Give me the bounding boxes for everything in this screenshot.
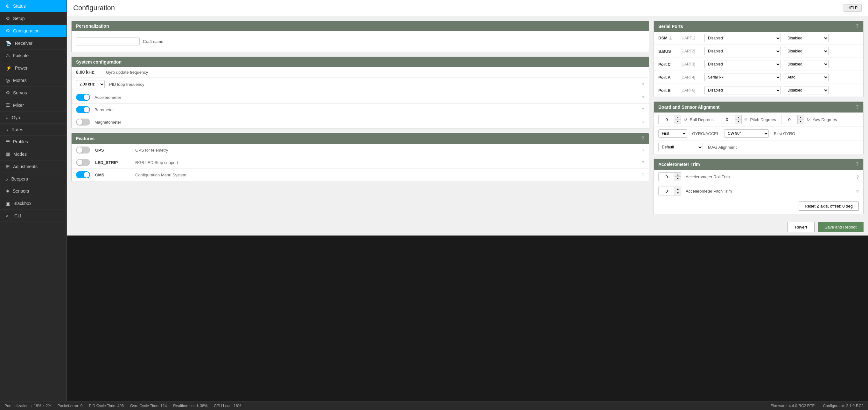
sidebar-item-sensors[interactable]: ◈ Sensors	[0, 185, 66, 197]
accelerometer-toggle[interactable]	[76, 94, 90, 101]
sidebar-item-motors[interactable]: ◎ Motors	[0, 74, 66, 87]
mag-row: Default CW 0° CW 90° CW 180° CW 270° MAG…	[654, 140, 863, 154]
pitch-spinner[interactable]: ▲ ▼	[719, 115, 742, 124]
help-button[interactable]: HELP	[843, 4, 862, 12]
yaw-degrees-input[interactable]	[781, 116, 797, 123]
sidebar-item-profiles[interactable]: ☰ Profiles	[0, 136, 66, 148]
sidebar: ⊕ Status ⚙ Setup ⚙ Configuration 📡 Recei…	[0, 0, 67, 401]
features-panel: Features ? GPS GPS for telemetry ?	[71, 133, 649, 181]
portb-function-select[interactable]: Disabled Serial Rx	[705, 86, 781, 94]
cms-help-icon[interactable]: ?	[642, 172, 644, 178]
mag-help-icon[interactable]: ?	[642, 119, 644, 125]
yaw-group: ▲ ▼ ↻ Yaw Degrees	[781, 115, 837, 124]
configuration-icon: ⚙	[6, 28, 10, 34]
pitch-trim-input[interactable]	[659, 187, 675, 195]
roll-degrees-input[interactable]	[659, 116, 675, 123]
save-reboot-button[interactable]: Save and Reboot	[818, 222, 864, 232]
sidebar-item-rates[interactable]: ≈ Rates	[0, 124, 66, 136]
dsm-serial-row: DSM ⓘ [UART1] Disabled Serial Rx MSP Dis…	[654, 32, 863, 45]
roll-trim-spinner[interactable]: ▲ ▼	[658, 172, 681, 181]
sidebar-item-power[interactable]: ⚡ Power	[0, 62, 66, 74]
pid-freq-select[interactable]: 2.00 kHz 4.00 kHz 8.00 kHz	[76, 80, 105, 88]
yaw-down-btn[interactable]: ▼	[797, 119, 804, 124]
pitch-trim-down-btn[interactable]: ▼	[675, 191, 681, 195]
roll-trim-down-btn[interactable]: ▼	[675, 177, 681, 181]
porta-baud-select[interactable]: Auto Disabled 115200	[784, 73, 829, 81]
revert-button[interactable]: Revert	[787, 222, 814, 232]
magnetometer-toggle[interactable]	[76, 118, 90, 126]
beepers-icon: ♪	[6, 176, 8, 181]
dsm-function-select[interactable]: Disabled Serial Rx MSP	[705, 34, 781, 42]
pid-help-icon[interactable]: ?	[642, 82, 644, 87]
serial-help-icon[interactable]: ?	[856, 24, 859, 29]
gps-help-icon[interactable]: ?	[642, 147, 644, 153]
modes-icon: ▦	[6, 151, 10, 157]
cms-toggle[interactable]	[76, 171, 90, 178]
receiver-icon: 📡	[6, 40, 12, 46]
accel-help-icon[interactable]: ?	[642, 95, 644, 100]
pitch-up-btn[interactable]: ▲	[735, 115, 741, 119]
portb-baud-select[interactable]: Disabled Auto	[784, 86, 829, 94]
realtime-item: Realtime Load: 38%	[173, 404, 208, 408]
sidebar-item-servos[interactable]: ⚙ Servos	[0, 87, 66, 99]
packet-error-item: Packet error: 0	[58, 404, 83, 408]
pitch-degrees-input[interactable]	[719, 116, 735, 123]
sbus-function-select[interactable]: Disabled Serial Rx	[705, 47, 781, 55]
sidebar-item-blackbox[interactable]: ▣ Blackbox	[0, 197, 66, 210]
craft-name-input[interactable]	[76, 37, 140, 45]
alignment-help-icon[interactable]: ?	[856, 104, 859, 110]
led-strip-toggle[interactable]	[76, 159, 90, 166]
gps-toggle[interactable]	[76, 146, 90, 153]
sidebar-item-beepers[interactable]: ♪ Beepers	[0, 173, 66, 185]
mag-alignment-select[interactable]: Default CW 0° CW 90° CW 180° CW 270°	[658, 143, 703, 151]
yaw-spinner[interactable]: ▲ ▼	[781, 115, 804, 124]
features-help-icon[interactable]: ?	[641, 136, 644, 141]
configurator-item: Configurator: 2.1.0-RC2	[823, 404, 864, 408]
sidebar-item-modes[interactable]: ▦ Modes	[0, 148, 66, 161]
sidebar-item-adjustments[interactable]: ⊞ Adjustments	[0, 161, 66, 173]
sidebar-item-receiver[interactable]: 📡 Receiver	[0, 37, 66, 49]
portc-baud-select[interactable]: Disabled Auto	[784, 60, 829, 68]
pitch-group: ▲ ▼ ⊕ Pitch Degrees	[719, 115, 776, 124]
cli-icon: >_	[6, 213, 11, 218]
failsafe-icon: ⚠	[6, 53, 10, 59]
sidebar-item-setup[interactable]: ⚙ Setup	[0, 12, 66, 25]
barometer-toggle[interactable]	[76, 106, 90, 113]
roll-down-btn[interactable]: ▼	[675, 119, 681, 124]
port-util-item: Port utilization: ↓ 18% ↑ 2%	[4, 404, 51, 408]
gyro-first-select[interactable]: First Second	[658, 129, 687, 138]
content-area: Personalization Craft name System config…	[67, 16, 868, 219]
sidebar-item-status[interactable]: ⊕ Status	[0, 0, 66, 12]
magnetometer-row: Magnetometer ?	[71, 116, 649, 128]
reset-zaxis-button[interactable]: Reset Z axis, offset: 0 deg	[799, 202, 859, 211]
pitch-trim-help-icon[interactable]: ?	[856, 189, 859, 194]
roll-trim-help-icon[interactable]: ?	[856, 174, 859, 179]
led-strip-feature-row: LED_STRIP RGB LED Strip support ?	[71, 157, 649, 169]
roll-up-btn[interactable]: ▲	[675, 115, 681, 119]
sidebar-item-configuration[interactable]: ⚙ Configuration	[0, 25, 66, 37]
porta-function-select[interactable]: Disabled Serial Rx MSP	[705, 73, 781, 81]
accel-trim-help-icon[interactable]: ?	[856, 162, 859, 167]
board-alignment-header: Board and Sensor Alignment ?	[654, 102, 863, 112]
sidebar-item-cli[interactable]: >_ CLI	[0, 210, 66, 222]
blackbox-icon: ▣	[6, 201, 10, 206]
rates-icon: ≈	[6, 127, 8, 132]
dsm-baud-select[interactable]: Disabled Auto	[784, 34, 829, 42]
sidebar-item-gyro[interactable]: ○ Gyro	[0, 111, 66, 124]
pitch-down-btn[interactable]: ▼	[735, 119, 741, 124]
roll-trim-up-btn[interactable]: ▲	[675, 173, 681, 177]
degrees-row: ▲ ▼ ↺ Roll Degrees ▲	[654, 112, 863, 127]
pitch-trim-spinner[interactable]: ▲ ▼	[658, 186, 681, 196]
pitch-trim-up-btn[interactable]: ▲	[675, 187, 681, 191]
yaw-up-btn[interactable]: ▲	[797, 115, 804, 119]
gyro-rotation-select[interactable]: CW 0° CW 90° CW 180° CW 270°	[724, 129, 769, 138]
sidebar-item-mixer[interactable]: ☰ Mixer	[0, 99, 66, 111]
sbus-baud-select[interactable]: Disabled Auto	[784, 47, 829, 55]
portc-function-select[interactable]: Disabled Serial Rx	[705, 60, 781, 68]
board-alignment-panel: Board and Sensor Alignment ? ▲ ▼	[654, 101, 864, 154]
led-help-icon[interactable]: ?	[642, 160, 644, 165]
sidebar-item-failsafe[interactable]: ⚠ Failsafe	[0, 49, 66, 62]
roll-trim-input[interactable]	[659, 173, 675, 180]
baro-help-icon[interactable]: ?	[642, 107, 644, 112]
roll-spinner[interactable]: ▲ ▼	[658, 115, 681, 124]
